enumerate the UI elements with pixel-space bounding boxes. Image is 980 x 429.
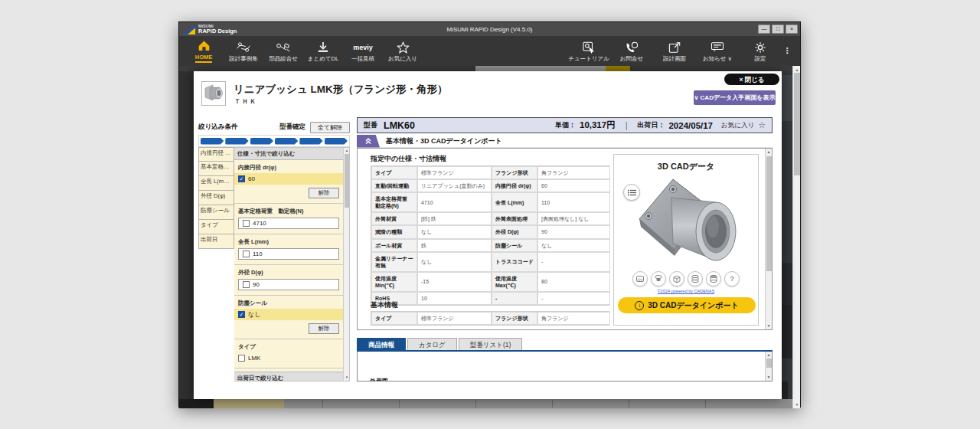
page: MiSUMi RAPiD Design MiSUMi RAPiD Design … [0,0,980,429]
tab-scrollbar[interactable]: ▲ ▼ [765,352,772,381]
scroll-down-arrow-icon[interactable]: ▼ [766,374,772,381]
filter-panel: 仕様・寸法で絞り込む 内接円径 dr(φ)✓60解除基本定格荷重 動定格(N)4… [234,147,350,382]
tab-model-list[interactable]: 型番リスト(1) [459,338,523,350]
checkbox[interactable] [238,355,245,362]
checkbox[interactable] [243,251,250,257]
nav-item-batch-download[interactable]: まとめてDL [303,36,343,66]
scroll-down-arrow-icon[interactable]: ▼ [793,401,800,408]
filter-category-item[interactable]: 基本定格… [198,162,234,176]
scroll-up-arrow-icon[interactable]: ▲ [766,149,772,156]
nav-item-bulk-quote[interactable]: meviy一括見積 [343,36,383,66]
scroll-up-arrow-icon[interactable]: ▲ [766,352,772,359]
filter-option[interactable]: ✓60 [234,173,343,185]
scrollbar-thumb[interactable] [345,154,349,208]
clear-all-button[interactable]: 全て解除 [310,122,350,133]
scrollbar-thumb[interactable] [766,156,772,271]
tab-product-info[interactable]: 商品情報 [357,338,406,350]
nav-overflow-menu[interactable]: ⋮ [782,36,792,66]
filter-category-item[interactable]: 全長 L(m… [198,176,234,191]
price-value: 10,317円 [580,120,616,131]
basic-value-cell: 角フランジ [537,312,610,325]
collapse-section-button[interactable] [357,135,380,148]
spec-value-cell: 鉄 [417,239,492,252]
clear-filter-button[interactable]: 解除 [309,323,339,334]
filter-category-item[interactable]: 内接円径 … [198,147,234,162]
main-panel: 型番 LMK60 単価： 10,317円 ｜ 出荷日： 2024/05/17 お… [357,117,773,330]
nav-item-design-screen[interactable]: 設計画面 [653,36,696,66]
nav-item-favorites[interactable]: お気に入り [383,36,423,66]
progress-arrow [275,138,298,145]
content-scrollbar[interactable]: ▲ ▼ [765,149,772,329]
close-button[interactable]: × 閉じる [724,74,779,85]
scroll-down-arrow-icon[interactable]: ▼ [344,375,350,381]
nav-item-contact[interactable]: お問合せ [610,36,653,66]
nav-item-design-examples[interactable]: 設計事例集 [224,36,263,66]
cad-screen-toggle-button[interactable]: ∨ CADデータ入手画面を表示 [694,90,776,105]
filter-option-value: 60 [248,175,255,182]
minimize-button[interactable]: — [758,25,770,34]
ship-date-filter-header: 出荷日で絞り込む [234,372,343,381]
checkbox[interactable]: ✓ [238,175,245,182]
scrollbar-thumb[interactable] [766,359,772,368]
checkbox[interactable] [243,220,250,227]
nav-item-parts-combination[interactable]: 部品組合せ [263,36,303,66]
notice-icon [710,41,724,54]
filter-option[interactable]: 4710 [238,218,339,229]
part-view-icon[interactable] [651,271,666,287]
filter-scrollbar[interactable]: ▲ ▼ [343,148,349,381]
filter-option-value: 4710 [253,220,266,227]
spec-heading: 指定中の仕様・寸法情報 [371,154,446,164]
main-navbar: HOME設計事例集部品組合せまとめてDLmeviy一括見積お気に入り チュートリ… [179,36,800,66]
filter-category-item[interactable]: 出荷日 [198,234,234,249]
app-logo: MiSUMi RAPiD Design [179,25,237,34]
design-examples-icon [236,41,251,54]
model-label: 型番 [364,120,377,130]
spec-label-cell: 全長 L(mm) [492,192,537,212]
nav-item-notice[interactable]: お知らせ ∨ [696,36,739,66]
stack-view-icon[interactable] [688,271,703,287]
window-scrollbar[interactable]: ▲ ▼ [792,66,800,408]
close-button[interactable]: × [786,25,798,34]
filter-option-value: LMK [248,355,260,362]
scroll-down-arrow-icon[interactable]: ▼ [766,323,772,329]
cube-view-icon[interactable] [669,271,684,287]
cad-import-button[interactable]: ↓ 3D CADデータインポート [618,297,756,313]
backdrop-toolbar [179,66,800,71]
checkbox[interactable] [243,281,250,288]
cadenas-credit-link[interactable]: ©2024 powered by CADENAS [614,289,758,293]
filter-category-list: 内接円径 …基本定格…全長 L(m…外径 D(φ)防塵シールタイプ出荷日 [198,147,234,382]
filter-option-value: 90 [253,281,260,288]
filter-option[interactable]: LMK [234,352,343,364]
logo-text-bottom: RAPiD Design [198,28,237,34]
filter-option[interactable]: ✓なし [234,309,343,320]
filter-category-item[interactable]: 防塵シール [198,205,234,220]
filter-category-item[interactable]: タイプ [198,220,234,234]
checkbox[interactable]: ✓ [238,311,245,318]
shaded-view-icon[interactable] [632,271,648,287]
nav-item-home[interactable]: HOME [184,36,224,66]
spec-value-cell: 60 [537,179,610,192]
help-icon[interactable]: ? [724,271,740,287]
progress-arrow [299,138,322,145]
filter-category-item[interactable]: 外径 D(φ) [198,191,234,205]
favorite-star-icon[interactable]: ☆ [758,120,766,130]
scrollbar-thumb[interactable] [794,73,800,175]
cad-3d-view[interactable] [633,176,740,270]
spec-value-cell: リニアブッシュ(直動のみ) [417,179,492,192]
maximize-button[interactable]: □ [772,25,784,34]
filter-option[interactable]: 110 [238,248,339,260]
price-label: 単価： [555,120,576,130]
tab-catalog[interactable]: カタログ [407,338,457,350]
cad-panel-title: 3D CADデータ [614,161,758,172]
nav-item-settings[interactable]: 設定 [739,36,782,66]
progress-arrow [250,138,273,145]
tab-content-area: 外形図 ▲ ▼ [357,352,773,382]
clear-filter-button[interactable]: 解除 [309,188,339,198]
nav-item-tutorial[interactable]: チュートリアル [567,36,610,66]
filter-option[interactable]: 90 [238,279,339,290]
scroll-up-arrow-icon[interactable]: ▲ [344,148,350,154]
separator: ｜ [622,120,631,131]
spec-label-cell: 外筒材質 [371,212,417,225]
basic-label-cell: タイプ [371,312,417,325]
cylinder-view-icon[interactable] [706,271,721,287]
